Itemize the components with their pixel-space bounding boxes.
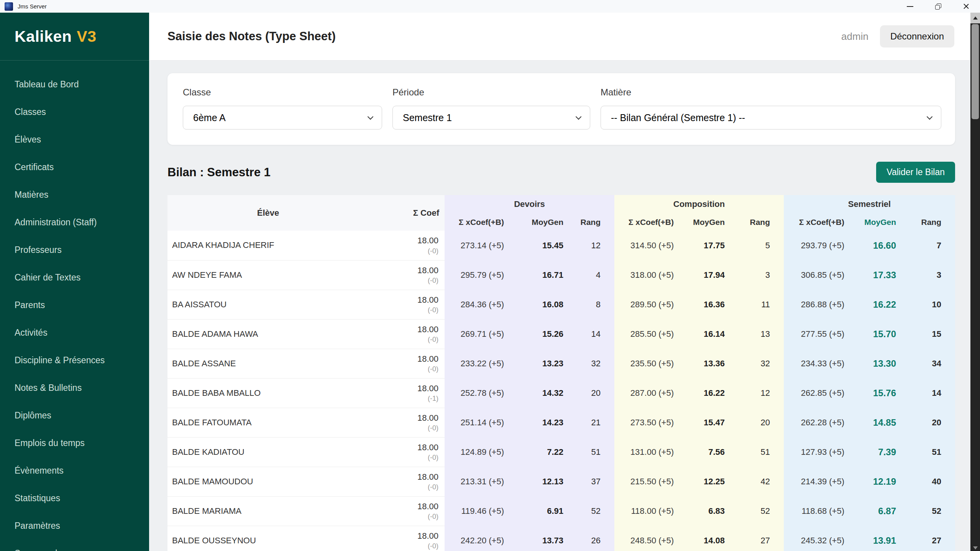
composition-moygen-cell: 6.83: [686, 496, 737, 526]
close-button[interactable]: [952, 0, 980, 13]
student-name-cell: BALDE FATOUMATA: [167, 408, 369, 437]
sidebar-item-eleves[interactable]: Élèves: [0, 126, 149, 153]
coef-cell: 18.00(-0): [369, 319, 445, 349]
semestriel-rang-cell: 7: [908, 231, 955, 260]
sidebar-item-matieres[interactable]: Matières: [0, 181, 149, 208]
devoirs-xcoef-cell: 295.79 (+5): [445, 260, 516, 290]
coef-cell: 18.00(-0): [369, 437, 445, 467]
coef-value: 18.00: [417, 236, 438, 245]
col-header-devoirs-rang: Rang: [576, 213, 614, 231]
scrollbar-up-button[interactable]: [970, 13, 980, 23]
sidebar-item-professeurs[interactable]: Professeurs: [0, 236, 149, 264]
vertical-scrollbar[interactable]: [970, 13, 980, 551]
semestriel-rang-cell: 14: [908, 378, 955, 408]
scrollbar-down-button[interactable]: [970, 546, 980, 549]
composition-moygen-cell: 7.56: [686, 437, 737, 467]
devoirs-xcoef-cell: 119.46 (+5): [445, 496, 516, 526]
sidebar-item-diplomes[interactable]: Diplômes: [0, 402, 149, 429]
devoirs-moygen-cell: 12.13: [516, 467, 576, 496]
sidebar-item-parametres[interactable]: Paramètres: [0, 512, 149, 540]
col-header-devoirs-xcoef: Σ xCoef(+B): [445, 213, 516, 231]
coef-value: 18.00: [417, 502, 438, 511]
table-row: BA AISSATOU18.00(-0)284.36 (+5)16.088289…: [167, 290, 955, 319]
student-name-cell: BA AISSATOU: [167, 290, 369, 319]
col-header-composition-rang: Rang: [737, 213, 784, 231]
sidebar-item-certificats[interactable]: Certificats: [0, 153, 149, 181]
devoirs-rang-cell: 32: [576, 349, 614, 378]
student-name-cell: AIDARA KHADIJA CHERIF: [167, 231, 369, 260]
col-header-composition-xcoef: Σ xCoef(+B): [614, 213, 686, 231]
devoirs-moygen-cell: 13.23: [516, 349, 576, 378]
logout-button[interactable]: Déconnexion: [880, 25, 954, 48]
filter-matiere: Matière -- Bilan Général (Semestre 1) --: [601, 87, 941, 130]
coef-value: 18.00: [417, 443, 438, 452]
devoirs-moygen-cell: 14.32: [516, 378, 576, 408]
filter-periode: Période Semestre 1: [392, 87, 590, 130]
sidebar-item-parents[interactable]: Parents: [0, 291, 149, 319]
col-header-eleve: Élève: [167, 195, 369, 231]
composition-xcoef-cell: 314.50 (+5): [614, 231, 686, 260]
sidebar-item-statistiques[interactable]: Statistiques: [0, 484, 149, 512]
composition-moygen-cell: 17.94: [686, 260, 737, 290]
user-label: admin: [841, 31, 868, 43]
semestriel-xcoef-cell: 286.88 (+5): [784, 290, 857, 319]
restore-button[interactable]: [924, 0, 952, 13]
student-name-cell: BALDE MARIAMA: [167, 496, 369, 526]
sidebar-item-tableau-de-bord[interactable]: Tableau de Bord: [0, 71, 149, 98]
validate-bilan-button[interactable]: Valider le Bilan: [876, 162, 955, 183]
student-name-cell: BALDE MAMOUDOU: [167, 467, 369, 496]
sidebar-item-classes[interactable]: Classes: [0, 98, 149, 126]
restore-icon: [935, 3, 941, 10]
sidebar-item-cahier-de-textes[interactable]: Cahier de Textes: [0, 264, 149, 291]
semestriel-xcoef-cell: 127.93 (+5): [784, 437, 857, 467]
periode-select[interactable]: Semestre 1: [392, 106, 590, 130]
chevron-down-icon: [368, 113, 374, 120]
sidebar-item-administration-staff[interactable]: Administration (Staff): [0, 208, 149, 236]
col-header-semestriel-xcoef: Σ xCoef(+B): [784, 213, 857, 231]
app-icon: [5, 2, 13, 11]
filters-card: Classe 6ème A Période Semestre 1 Matière: [167, 73, 955, 145]
composition-moygen-cell: 16.22: [686, 378, 737, 408]
devoirs-rang-cell: 37: [576, 467, 614, 496]
bilan-title: Bilan : Semestre 1: [167, 166, 271, 179]
devoirs-xcoef-cell: 242.20 (+5): [445, 526, 516, 551]
table-row: BALDE OUSSEYNOU18.00(-0)242.20 (+5)13.73…: [167, 526, 955, 551]
minimize-button[interactable]: [896, 0, 924, 13]
table-row: BALDE MARIAMA18.00(-0)119.46 (+5)6.91521…: [167, 496, 955, 526]
devoirs-xcoef-cell: 284.36 (+5): [445, 290, 516, 319]
devoirs-xcoef-cell: 233.22 (+5): [445, 349, 516, 378]
sidebar-item-emplois-du-temps[interactable]: Emplois du temps: [0, 429, 149, 457]
sidebar-item-activites[interactable]: Activités: [0, 319, 149, 346]
student-name-cell: BALDE KADIATOU: [167, 437, 369, 467]
sidebar-item-notes-bulletins[interactable]: Notes & Bulletins: [0, 374, 149, 402]
titlebar: Jms Server: [0, 0, 980, 13]
coef-value: 18.00: [417, 266, 438, 275]
table-row: BALDE ASSANE18.00(-0)233.22 (+5)13.23322…: [167, 349, 955, 378]
coef-note: (-0): [428, 513, 438, 521]
semestriel-xcoef-cell: 293.79 (+5): [784, 231, 857, 260]
matiere-select[interactable]: -- Bilan Général (Semestre 1) --: [601, 106, 941, 130]
classe-select[interactable]: 6ème A: [183, 106, 382, 130]
arrow-up-icon: [973, 16, 978, 20]
matiere-label: Matière: [601, 87, 941, 98]
semestriel-xcoef-cell: 214.39 (+5): [784, 467, 857, 496]
classe-label: Classe: [183, 87, 382, 98]
semestriel-rang-cell: 10: [908, 290, 955, 319]
coef-note: (-0): [428, 306, 438, 314]
sidebar-item-discipline-presences[interactable]: Discipline & Présences: [0, 346, 149, 374]
table-row: BALDE ADAMA HAWA18.00(-0)269.71 (+5)15.2…: [167, 319, 955, 349]
coef-cell: 18.00(-0): [369, 260, 445, 290]
coef-value: 18.00: [417, 295, 438, 305]
devoirs-moygen-cell: 14.23: [516, 408, 576, 437]
sidebar-item-sauvegarde[interactable]: Sauvegarde: [0, 540, 149, 551]
composition-xcoef-cell: 318.00 (+5): [614, 260, 686, 290]
composition-rang-cell: 51: [737, 437, 784, 467]
table-row: BALDE MAMOUDOU18.00(-0)213.31 (+5)12.133…: [167, 467, 955, 496]
semestriel-xcoef-cell: 306.85 (+5): [784, 260, 857, 290]
sidebar-item-evenements[interactable]: Évènements: [0, 457, 149, 484]
coef-note: (-0): [428, 365, 438, 373]
semestriel-moygen-cell: 13.91: [857, 526, 908, 551]
devoirs-xcoef-cell: 213.31 (+5): [445, 467, 516, 496]
scrollbar-thumb[interactable]: [972, 24, 979, 119]
composition-rang-cell: 3: [737, 260, 784, 290]
